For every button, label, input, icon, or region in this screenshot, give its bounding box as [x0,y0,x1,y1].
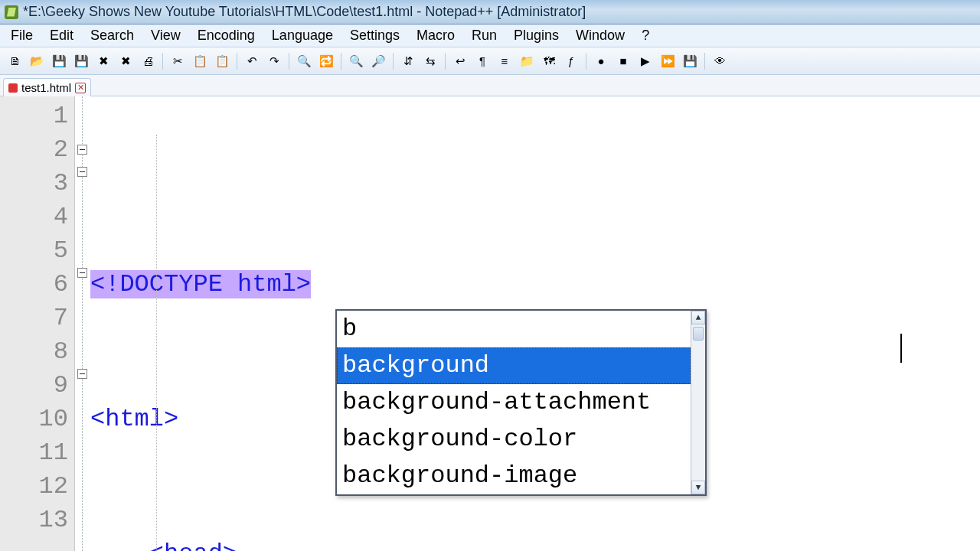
titlebar: *E:\Geeky Shows New Youtube Tutorials\HT… [0,0,980,24]
save-icon[interactable]: 💾 [49,51,69,71]
open-file-icon[interactable]: 📂 [27,51,47,71]
line-number: 7 [0,302,68,335]
line-number: 2 [0,133,68,167]
print-icon[interactable]: 🖨 [138,51,158,71]
app-icon [5,5,18,19]
menu-edit[interactable]: Edit [42,25,81,46]
doc-map-icon[interactable]: 🗺 [539,51,559,71]
menu-window[interactable]: Window [568,25,632,46]
menu-macro[interactable]: Macro [409,25,462,46]
toolbar: 🗎📂💾💾✖✖🖨✂📋📋↶↷🔍🔁🔍🔎⇵⇆↩¶≡📁🗺ƒ●■▶⏩💾👁 [0,47,980,75]
undo-icon[interactable]: ↶ [242,51,262,71]
tab-close-icon[interactable]: ✕ [75,83,86,93]
menu-settings[interactable]: Settings [342,25,407,46]
scroll-up-icon[interactable]: ▲ [691,311,705,324]
show-all-chars-icon[interactable]: ¶ [472,51,492,71]
tab-strip: test1.html ✕ [0,75,980,96]
fold-column[interactable] [75,96,90,551]
scroll-down-icon[interactable]: ▼ [691,481,705,494]
autocomplete-item[interactable]: background-attachment [337,384,691,421]
autocomplete-popup[interactable]: bbackgroundbackground-attachmentbackgrou… [335,309,707,496]
toolbar-separator [289,53,289,70]
line-number-gutter: 12345678910111213 [0,96,75,551]
sync-v-icon[interactable]: ⇵ [398,51,418,71]
tab-test1[interactable]: test1.html ✕ [3,78,91,96]
wordwrap-icon[interactable]: ↩ [450,51,470,71]
line-number: 13 [0,504,68,537]
save-macro-icon[interactable]: 💾 [680,51,700,71]
line-number: 12 [0,470,68,504]
play-macro-icon[interactable]: ▶ [635,51,655,71]
fast-forward-macro-icon[interactable]: ⏩ [658,51,678,71]
folder-as-workspace-icon[interactable]: 📁 [517,51,537,71]
fold-toggle-icon[interactable] [77,369,87,379]
code-line[interactable]: <head> [90,537,980,551]
menu-view[interactable]: View [143,25,188,46]
fold-toggle-icon[interactable] [77,268,87,278]
monitor-icon[interactable]: 👁 [710,51,730,71]
toolbar-separator [341,53,341,70]
line-number: 9 [0,369,68,403]
function-list-icon[interactable]: ƒ [561,51,581,71]
scroll-thumb[interactable] [693,327,704,341]
menubar: File Edit Search View Encoding Language … [0,24,980,47]
copy-icon[interactable]: 📋 [190,51,210,71]
menu-search[interactable]: Search [83,25,142,46]
line-number: 8 [0,335,68,369]
line-number: 6 [0,268,68,302]
toolbar-separator [393,53,394,70]
line-number: 1 [0,99,68,133]
autocomplete-item[interactable]: b [337,311,691,347]
line-number: 3 [0,167,68,201]
unsaved-indicator-icon [8,83,18,93]
fold-toggle-icon[interactable] [77,167,87,177]
text-cursor-icon [900,334,902,363]
menu-plugins[interactable]: Plugins [506,25,567,46]
save-all-icon[interactable]: 💾 [71,51,91,71]
menu-help[interactable]: ? [634,25,657,46]
autocomplete-scrollbar[interactable]: ▲ ▼ [691,311,705,494]
replace-icon[interactable]: 🔁 [316,51,336,71]
toolbar-separator [586,53,586,70]
toolbar-separator [704,53,705,70]
close-all-icon[interactable]: ✖ [116,51,136,71]
menu-file[interactable]: File [3,25,41,46]
autocomplete-item[interactable]: background-color [337,421,691,458]
find-icon[interactable]: 🔍 [294,51,314,71]
paste-icon[interactable]: 📋 [212,51,232,71]
line-number: 4 [0,201,68,234]
zoom-in-icon[interactable]: 🔍 [346,51,366,71]
window-title: *E:\Geeky Shows New Youtube Tutorials\HT… [23,4,586,20]
menu-run[interactable]: Run [464,25,505,46]
autocomplete-item[interactable]: background [337,347,691,384]
toolbar-separator [237,53,237,70]
zoom-out-icon[interactable]: 🔎 [368,51,388,71]
code-line[interactable]: <!DOCTYPE html> [90,268,980,302]
new-file-icon[interactable]: 🗎 [5,51,24,71]
line-number: 10 [0,403,68,436]
tab-label: test1.html [21,81,71,94]
code-editor[interactable]: 12345678910111213 <!DOCTYPE html> <html>… [0,96,980,551]
cut-icon[interactable]: ✂ [168,51,188,71]
menu-encoding[interactable]: Encoding [190,25,263,46]
line-number: 11 [0,436,68,470]
toolbar-separator [162,53,163,70]
close-icon[interactable]: ✖ [93,51,113,71]
stop-macro-icon[interactable]: ■ [613,51,633,71]
fold-toggle-icon[interactable] [77,145,87,155]
sync-h-icon[interactable]: ⇆ [420,51,440,71]
line-number: 5 [0,234,68,268]
menu-language[interactable]: Language [264,25,341,46]
indent-guide-icon[interactable]: ≡ [495,51,514,71]
code-area[interactable]: <!DOCTYPE html> <html> <head> <title> ww… [90,96,980,551]
record-macro-icon[interactable]: ● [591,51,611,71]
redo-icon[interactable]: ↷ [264,51,284,71]
toolbar-separator [445,53,446,70]
autocomplete-item[interactable]: background-image [337,458,691,494]
